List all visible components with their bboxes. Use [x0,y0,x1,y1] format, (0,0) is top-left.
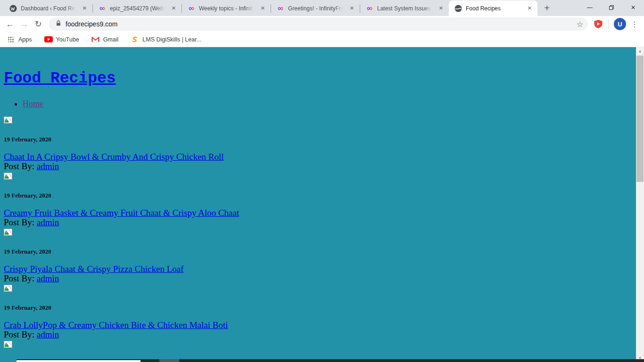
post-date: 19 February, 2020 [4,192,644,198]
reload-button[interactable]: ↻ [31,17,45,31]
tab-close-icon[interactable]: × [348,4,356,12]
post-author-link[interactable]: admin [37,329,59,339]
browser-tab[interactable]: Dashboard ‹ Food Recip × [4,0,92,16]
tab-title: Greetings! - InfinityFree [288,5,344,12]
post-author-link[interactable]: admin [37,161,59,171]
toolbar-separator [608,19,609,29]
infinity-icon: ∞ [277,5,284,12]
browser-menu-icon[interactable]: ⋮ [628,17,641,31]
site-title-link[interactable]: Food Recipes [4,70,116,87]
scrollbar-thumb[interactable] [636,56,644,182]
post-author-link[interactable]: admin [37,217,59,227]
post-by-label: Post By: [4,329,34,339]
tab-close-icon[interactable]: × [437,4,445,12]
tab-title: Latest System Issues top [377,5,433,12]
bookmark-item[interactable]: Gmail [91,36,119,43]
tab-strip: Dashboard ‹ Food Recip × ∞ epiz_25454279… [0,0,644,16]
post-item: 19 February, 2020 Chaat In A Cripsy Bowl… [4,116,644,171]
site-security-lock-icon[interactable] [56,20,61,28]
broken-image-icon [4,116,12,123]
broken-image-icon [4,173,12,180]
address-bar[interactable]: foodrecipes9.com ☆ [49,17,588,31]
post-item: 19 February, 2020 Crispy Piyala Chaat & … [4,229,644,283]
bookmarks-bar: Apps YouTube Gmail LMS DigiSkills | Lear… [0,32,644,47]
page-title: Food Recipes [4,47,644,88]
infinity-icon: ∞ [188,5,195,12]
taskbar-peek-segment [159,359,179,362]
nav-item-home: Home [23,99,644,109]
tab-close-icon[interactable]: × [81,4,89,12]
tab-title: Weekly topics - InfinityF [199,5,255,12]
gmail-icon [91,36,100,43]
bookmark-item[interactable]: Apps [7,36,32,43]
window-controls: — ✕ [579,0,644,15]
taskbar-peek-dark [140,359,644,362]
page-content: Food Recipes Home 19 February, 2020 Chaa… [0,47,644,362]
main-nav: Home [4,99,644,109]
url-text: foodrecipes9.com [66,20,574,28]
browser-tab[interactable]: ∞ Latest System Issues top × [360,0,449,16]
youtube-icon [44,36,53,43]
digiskills-icon [131,36,139,43]
post-title-link[interactable]: Chaat In A Cripsy Bowl & Crumby And Cris… [4,152,224,162]
post-item: 19 February, 2020 Crab LollyPop & Creamy… [4,285,644,339]
back-button[interactable]: ← [3,17,17,31]
browser-window: Dashboard ‹ Food Recip × ∞ epiz_25454279… [0,0,644,362]
adblock-extension-icon[interactable] [592,17,605,31]
home-link[interactable]: Home [23,99,43,108]
infinity-icon: ∞ [366,5,373,12]
browser-tab[interactable]: Food Recipes × [449,0,537,16]
forward-button[interactable]: → [17,17,31,31]
post-date: 19 February, 2020 [4,248,644,255]
scroll-up-icon[interactable]: ▲ [636,47,644,55]
broken-image-icon [4,285,12,292]
apps-icon [7,36,15,43]
infinity-icon: ∞ [99,5,106,12]
tab-title: Food Recipes [466,5,522,12]
close-window-button[interactable]: ✕ [622,0,644,15]
bookmark-label: YouTube [56,36,79,43]
broken-image-icon [4,229,12,236]
post-date: 19 February, 2020 [4,136,644,142]
restore-button[interactable] [601,0,622,15]
post-item: 19 February, 2020 Creamy Fruit Basket & … [4,173,644,227]
wordpress-icon [9,5,17,12]
tab-title: Dashboard ‹ Food Recip [21,5,77,12]
post-title-link[interactable]: Crispy Piyala Chaat & Crispy Pizza Chick… [4,264,184,274]
bookmark-star-icon[interactable]: ☆ [574,18,586,30]
tab-close-icon[interactable]: × [259,4,267,12]
browser-tab[interactable]: ∞ Weekly topics - InfinityF × [182,0,271,16]
bookmark-item[interactable]: LMS DigiSkills | Lear... [131,36,201,43]
bookmark-label: LMS DigiSkills | Lear... [142,36,201,43]
post-by-label: Post By: [4,273,34,283]
post-title-link[interactable]: Crab LollyPop & Creamy Chicken Bite & Ch… [4,320,228,330]
vertical-scrollbar[interactable]: ▲ ▼ [636,47,644,362]
bookmark-label: Gmail [103,36,119,43]
browser-tab[interactable]: ∞ Greetings! - InfinityFree × [271,0,360,16]
post-by-label: Post By: [4,161,34,171]
post-author-link[interactable]: admin [37,273,59,283]
browser-toolbar: ← → ↻ foodrecipes9.com ☆ U ⋮ [0,16,644,32]
post-date: 19 February, 2020 [4,304,644,311]
taskbar-peek-light [17,359,140,362]
tab-title: epiz_25454279 (Website [110,5,166,12]
posts-list: 19 February, 2020 Chaat In A Cripsy Bowl… [4,116,644,339]
tab-close-icon[interactable]: × [170,4,178,12]
minimize-button[interactable]: — [579,0,601,15]
post-by-label: Post By: [4,217,34,227]
browser-tab[interactable]: ∞ epiz_25454279 (Website × [93,0,182,16]
tab-close-icon[interactable]: × [526,4,534,12]
profile-avatar[interactable]: U [614,18,626,30]
bookmark-label: Apps [18,36,32,43]
broken-image-icon [4,341,12,348]
globe-icon [454,5,462,12]
new-tab-button[interactable]: + [540,1,553,15]
post-title-link[interactable]: Creamy Fruit Basket & Creamy Fruit Chaat… [4,208,239,218]
bookmark-item[interactable]: YouTube [44,36,79,43]
